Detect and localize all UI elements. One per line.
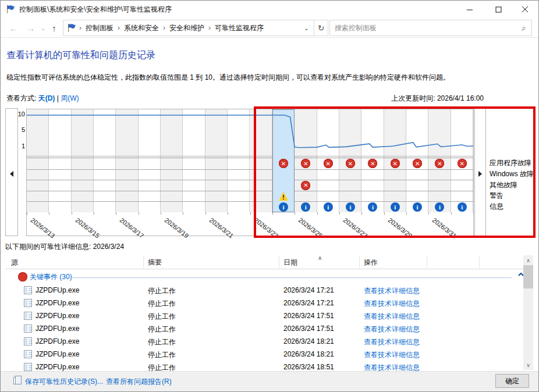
x-axis-date-label: 2026/3/23 [253, 216, 279, 240]
column-divider[interactable] [359, 256, 360, 268]
column-divider[interactable] [279, 256, 279, 268]
scroll-left-icon [10, 171, 13, 177]
table-row[interactable]: JZPDFUp.exe停止工作2026/3/24 17:51查看技术详细信息 [5, 323, 523, 336]
application-icon [24, 325, 32, 333]
cell-source: JZPDFUp.exe [36, 337, 79, 345]
view-technical-details-link[interactable]: 查看技术详细信息 [364, 299, 420, 309]
last-update-text: 上次更新时间: 2026/4/1 16:00 [391, 94, 484, 104]
view-technical-details-link[interactable]: 查看技术详细信息 [364, 286, 420, 296]
table-row[interactable]: JZPDFUp.exe停止工作2026/3/24 18:51查看技术详细信息 [5, 361, 523, 371]
column-divider[interactable] [427, 256, 427, 268]
x-axis-tick [272, 212, 273, 215]
view-technical-details-link[interactable]: 查看技术详细信息 [364, 312, 420, 322]
chart-plot-area[interactable]: ✕✕✕✕✕✕✕✕✕✕!iiiiiiiii2026/3/132026/3/1520… [26, 109, 474, 236]
details-table-header: 源 摘要 日期 操作 ∧ [5, 255, 523, 269]
column-header-date[interactable]: 日期 [283, 258, 297, 268]
ok-button[interactable]: 确定 [495, 374, 529, 388]
x-axis-tick [49, 212, 49, 215]
cell-summary: 停止工作 [148, 325, 176, 334]
column-header-summary[interactable]: 摘要 [148, 258, 162, 268]
search-box[interactable]: 搜索控制面板 ⌕ [329, 20, 532, 36]
critical-events-label[interactable]: 关键事件 (30) [30, 272, 72, 282]
address-chevron-down-icon[interactable]: ⌄ [299, 24, 314, 32]
view-technical-details-link[interactable]: 查看技术详细信息 [364, 325, 420, 334]
column-header-source[interactable]: 源 [11, 258, 18, 268]
back-icon[interactable]: ← [5, 18, 22, 38]
scrollbar-up-icon[interactable]: ∧ [523, 255, 533, 265]
view-technical-details-link[interactable]: 查看技术详细信息 [364, 337, 420, 347]
chart-scroll-right-button[interactable] [474, 108, 486, 236]
breadcrumb-item[interactable]: 安全和维护 [166, 24, 208, 32]
view-mode-row: 查看方式: 天(D) | 周(W) [6, 94, 79, 104]
legend-label: 警告 [490, 191, 503, 201]
y-axis-label: 10 [18, 111, 25, 117]
cell-date: 2026/3/24 17:21 [283, 286, 334, 294]
search-input[interactable]: 搜索控制面板 [330, 23, 522, 33]
view-days-link[interactable]: 天(D) [38, 94, 55, 102]
info-event-icon: i [391, 202, 400, 212]
x-axis-tick [473, 212, 474, 215]
column-header-action[interactable]: 操作 [364, 258, 378, 268]
table-scrollbar[interactable]: ∧ ∨ [523, 255, 533, 370]
close-icon [522, 6, 529, 13]
view-weeks-link[interactable]: 周(W) [61, 94, 79, 102]
view-technical-details-link[interactable]: 查看技术详细信息 [364, 363, 420, 371]
cell-date: 2026/3/24 18:21 [283, 350, 334, 358]
x-axis-tick [250, 212, 251, 215]
application-icon [24, 350, 32, 358]
refresh-icon: ↻ [318, 23, 325, 33]
application-icon [24, 299, 32, 307]
error-event-icon: ✕ [458, 159, 467, 168]
forward-icon[interactable]: → [23, 18, 39, 38]
x-axis-date-label: 2026/3/21 [208, 216, 235, 240]
info-event-icon: i [279, 202, 288, 212]
cell-summary: 停止工作 [148, 286, 176, 296]
cell-summary: 停止工作 [148, 312, 176, 322]
save-history-link[interactable]: 保存可靠性历史记录(S)... [25, 377, 103, 387]
breadcrumb-item[interactable]: 系统和安全 [120, 24, 162, 32]
application-icon [24, 286, 32, 294]
cell-date: 2026/3/24 18:51 [283, 363, 334, 371]
maximize-button[interactable] [485, 1, 511, 18]
column-divider[interactable] [479, 256, 480, 268]
refresh-button[interactable]: ↻ [314, 20, 328, 36]
scrollbar-down-icon[interactable]: ∨ [523, 360, 533, 370]
cell-source: JZPDFUp.exe [36, 286, 79, 294]
y-axis-label: 1 [22, 142, 25, 149]
application-icon [24, 312, 32, 320]
x-axis-tick [161, 212, 161, 215]
event-row-divider [27, 169, 473, 170]
critical-error-icon [18, 272, 27, 281]
minimize-button[interactable] [457, 1, 483, 18]
cell-summary: 停止工作 [148, 337, 176, 347]
critical-events-group-row[interactable]: 关键事件 (30) [5, 270, 523, 283]
address-bar[interactable]: ›控制面板›系统和安全›安全和维护›可靠性监视程序 ⌄ [63, 20, 314, 36]
table-row[interactable]: JZPDFUp.exe停止工作2026/3/24 18:21查看技术详细信息 [5, 348, 523, 361]
application-icon [24, 337, 32, 345]
x-axis-tick [451, 212, 452, 215]
x-axis-tick [384, 212, 385, 215]
scrollbar-thumb[interactable] [523, 265, 533, 288]
view-technical-details-link[interactable]: 查看技术详细信息 [364, 350, 420, 360]
chart-scroll-left-button[interactable] [5, 108, 18, 236]
column-divider[interactable] [143, 256, 144, 268]
up-icon[interactable]: ↑ [47, 18, 61, 38]
x-axis-tick [183, 212, 183, 215]
info-event-icon: i [346, 202, 355, 212]
breadcrumb-item[interactable]: 控制面板 [82, 24, 117, 32]
save-report-icon [13, 377, 20, 384]
table-row[interactable]: JZPDFUp.exe停止工作2026/3/24 17:21查看技术详细信息 [5, 297, 523, 310]
event-row-divider [27, 191, 473, 191]
error-event-icon: ✕ [391, 159, 400, 168]
table-row[interactable]: JZPDFUp.exe停止工作2026/3/24 17:21查看技术详细信息 [5, 284, 523, 297]
x-axis-tick [317, 212, 318, 215]
table-row[interactable]: JZPDFUp.exe停止工作2026/3/24 17:51查看技术详细信息 [5, 310, 523, 323]
x-axis-date-label: 2026/3/19 [164, 216, 190, 240]
breadcrumb-item[interactable]: 可靠性监视程序 [211, 24, 267, 32]
table-row[interactable]: JZPDFUp.exe停止工作2026/3/24 18:21查看技术详细信息 [5, 336, 523, 348]
sort-ascending-icon: ∧ [318, 255, 322, 261]
breadcrumb: ›控制面板›系统和安全›安全和维护›可靠性监视程序 [79, 23, 267, 33]
info-event-icon: i [413, 202, 422, 212]
view-all-reports-link[interactable]: 查看所有问题报告(R) [106, 377, 172, 387]
close-button[interactable] [512, 1, 538, 18]
